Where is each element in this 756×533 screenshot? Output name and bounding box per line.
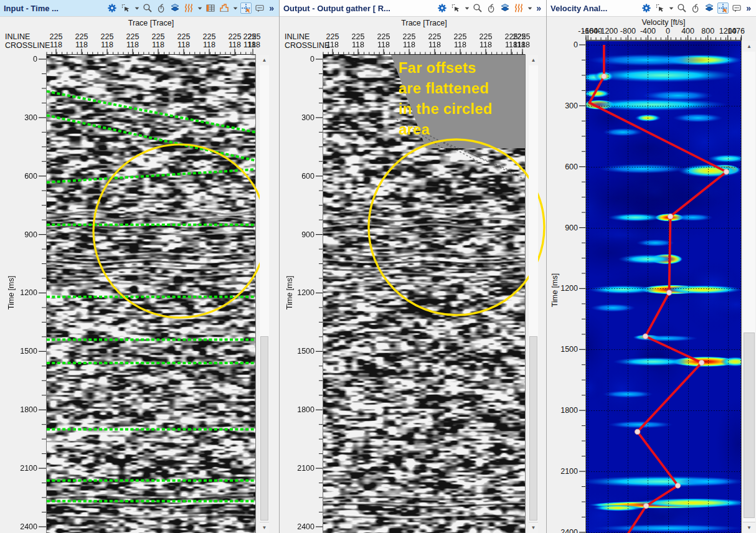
velocity-pick-horizon [47, 92, 255, 133]
mouse-tool-icon[interactable] [486, 2, 497, 14]
mouse-tool-icon[interactable] [690, 2, 701, 14]
time-tick-label: 1500 [20, 347, 37, 356]
velocity-pick-marker[interactable] [643, 334, 648, 339]
semblance-plot[interactable] [586, 41, 741, 533]
spreadsheet-icon[interactable] [205, 2, 216, 14]
scrollbar[interactable]: ▲ ▼ [743, 41, 755, 533]
velocity-pick-marker[interactable] [666, 290, 671, 295]
chevron-down-icon[interactable] [232, 2, 238, 14]
time-tick-label: 2400 [560, 528, 578, 533]
zoom-icon[interactable] [676, 2, 687, 14]
velocity-pick-marker[interactable] [643, 503, 648, 508]
crosshair-icon[interactable] [240, 2, 252, 14]
panel-divider[interactable] [546, 0, 547, 533]
panel-title: Input - Time ... [4, 4, 59, 13]
panel-velocity: Velocity Anal... » Velocity [ft/s] -1600… [547, 0, 756, 533]
inline-value: 225 [377, 32, 390, 41]
chevron-down-icon[interactable] [134, 2, 139, 14]
velocity-pick-horizon [47, 169, 255, 182]
time-tick-label: 1200 [297, 288, 314, 297]
panel-header-velocity[interactable]: Velocity Anal... » [547, 0, 756, 17]
scrollbar[interactable]: ▲ ▼ [529, 55, 538, 533]
select-tool-icon[interactable] [654, 2, 666, 14]
inline-value: 225 [126, 32, 139, 41]
velocity-function-line[interactable] [590, 45, 727, 533]
velocity-pick-marker[interactable] [635, 429, 640, 434]
mouse-tool-icon[interactable] [156, 2, 167, 14]
time-tick-label: 0 [310, 55, 314, 64]
layers-icon[interactable] [169, 2, 181, 14]
inline-value: 225 [75, 32, 88, 41]
scrollbar-thumb[interactable] [744, 333, 755, 518]
seismic-plot-output[interactable]: Far offsets are flattened in the circled… [323, 55, 525, 533]
layers-icon[interactable] [704, 2, 715, 14]
chevron-down-icon[interactable] [668, 2, 674, 14]
time-axis: 030060090012001500180021002400Time [ms] [0, 55, 47, 533]
time-tick-label: 2400 [297, 522, 314, 531]
scrollbar-track[interactable] [260, 65, 269, 522]
wiggle-display-icon[interactable] [513, 2, 524, 14]
seismic-plot-input[interactable] [47, 55, 255, 533]
crosshair-icon[interactable] [717, 2, 729, 14]
comment-icon[interactable] [254, 2, 265, 14]
inline-value: 225 [480, 32, 493, 41]
panel-divider[interactable] [279, 0, 280, 533]
scroll-up-icon[interactable]: ▲ [529, 55, 538, 66]
time-axis: 030060090012001500180021002400Time [ms] [547, 41, 586, 533]
scrollbar-thumb[interactable] [529, 336, 537, 521]
toolbar-overflow-icon[interactable]: » [745, 3, 752, 13]
zoom-icon[interactable] [142, 2, 153, 14]
scrollbar-track[interactable] [529, 65, 538, 522]
velocity-tick-label: -1640 [582, 27, 602, 35]
time-tick-label: 1800 [20, 405, 37, 414]
input-annotations [47, 55, 255, 533]
inline-value: 225 [517, 32, 531, 41]
velocity-tick-label: 400 [681, 27, 694, 35]
select-tool-icon[interactable] [120, 2, 131, 14]
scroll-down-icon[interactable]: ▼ [743, 522, 755, 533]
velocity-pick-marker[interactable] [668, 214, 673, 219]
inline-label: INLINE [285, 32, 309, 41]
scrollbar[interactable]: ▲ ▼ [260, 55, 269, 533]
layers-icon[interactable] [499, 2, 511, 14]
select-tool-icon[interactable] [450, 2, 461, 14]
toolbar-overflow-icon[interactable]: » [268, 3, 275, 13]
time-tick-label: 300 [565, 101, 578, 110]
time-tick-label: 900 [565, 224, 578, 232]
inline-value: 225 [403, 32, 416, 41]
gear-icon[interactable] [641, 2, 652, 14]
scroll-down-icon[interactable]: ▼ [529, 522, 538, 533]
time-tick-label: 2100 [20, 464, 37, 473]
time-axis-label: Time [ms] [285, 276, 294, 309]
inline-value: 225 [229, 32, 242, 41]
scroll-up-icon[interactable]: ▲ [743, 41, 755, 52]
toolbar-overflow-icon[interactable]: » [535, 3, 542, 13]
chevron-down-icon[interactable] [464, 2, 470, 14]
comment-icon[interactable] [731, 2, 742, 14]
velocity-pick-marker[interactable] [699, 360, 704, 365]
velocity-pick-marker[interactable] [675, 483, 680, 488]
toolbar: » [641, 2, 752, 14]
wiggle-display-icon[interactable] [183, 2, 194, 14]
time-tick-label: 900 [24, 230, 37, 239]
highlight-circle [369, 139, 544, 315]
velocity-pick-marker[interactable] [724, 169, 729, 174]
inline-value: 225 [50, 32, 63, 41]
gear-icon[interactable] [437, 2, 448, 14]
scrollbar-track[interactable] [743, 52, 755, 522]
zoom-icon[interactable] [472, 2, 483, 14]
panel-header-input[interactable]: Input - Time ... » [0, 0, 279, 17]
panel-header-output[interactable]: Output - Output gather [ R... » [280, 0, 546, 17]
scroll-up-icon[interactable]: ▲ [260, 55, 269, 66]
velocity-ruler: -1600-1200-800-40004008001200-16401476 [586, 27, 745, 40]
velocity-tick-label: 1476 [727, 27, 745, 35]
inline-value: 225 [152, 32, 165, 41]
time-tick-label: 300 [24, 113, 37, 122]
histogram-icon[interactable] [219, 2, 230, 14]
scroll-down-icon[interactable]: ▼ [260, 522, 269, 533]
gear-icon[interactable] [106, 2, 118, 14]
chevron-down-icon[interactable] [527, 2, 532, 14]
scrollbar-thumb[interactable] [260, 336, 268, 521]
chevron-down-icon[interactable] [197, 2, 202, 14]
velocity-pick-marker[interactable] [602, 73, 607, 78]
